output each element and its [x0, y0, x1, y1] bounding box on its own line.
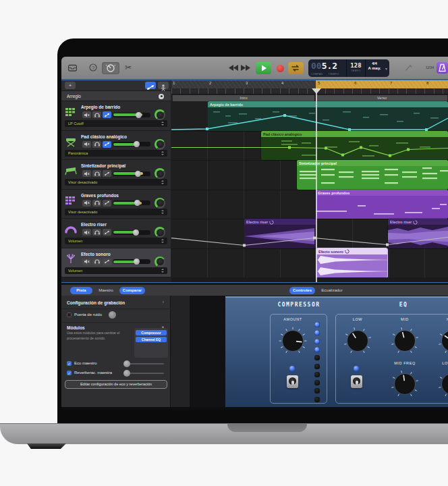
volume-slider[interactable] [113, 230, 150, 235]
eq-low-cut-knob[interactable] [437, 369, 448, 399]
volume-slider[interactable] [113, 259, 150, 264]
midi-region[interactable]: Graves profundos [316, 190, 448, 219]
noise-gate-knob[interactable] [109, 311, 116, 319]
rewind-button[interactable] [229, 65, 238, 71]
metronome-button[interactable] [437, 62, 448, 74]
automation-parameter-select[interactable]: Volumen [65, 267, 167, 274]
automation-parameter-select[interactable]: Visor desactivado [65, 179, 167, 186]
audio-region[interactable]: Electro riser [244, 219, 316, 248]
cycle-button[interactable] [288, 62, 304, 74]
master-echo-slider-thumb[interactable] [123, 360, 130, 367]
master-echo-slider[interactable] [127, 363, 164, 364]
chevron-right-icon[interactable]: › [163, 300, 164, 304]
automation-button[interactable] [103, 259, 111, 265]
audio-region-selected[interactable]: Efecto sonoro [316, 248, 387, 278]
tab-maestro[interactable]: Maestro [95, 287, 117, 294]
compressor-power-switch[interactable] [287, 375, 298, 388]
show-automation-button[interactable] [145, 82, 156, 89]
automation-parameter-select[interactable]: LP Cutoff [65, 120, 167, 127]
master-reverb-slider-thumb[interactable] [123, 370, 130, 377]
pan-knob[interactable] [155, 109, 165, 120]
arrangement-marker[interactable]: Intro [173, 95, 314, 101]
midi-region[interactable]: Arpegio de barrido [208, 101, 448, 131]
tab-ecualizador[interactable]: Ecualizador [318, 287, 346, 294]
automation-parameter-select[interactable]: Visor desactivado [65, 209, 167, 215]
track-header[interactable]: Sintetizador principal Visor desactivado [61, 160, 171, 190]
mute-button[interactable] [82, 170, 91, 177]
eq-low-knob[interactable] [343, 326, 372, 356]
solo-button[interactable] [92, 170, 101, 177]
eq-mid-knob[interactable] [390, 326, 420, 356]
master-echo-checkbox[interactable]: ✓ [67, 361, 72, 366]
master-reverb-checkbox[interactable]: ✓ [67, 371, 72, 375]
pan-knob[interactable] [155, 198, 165, 209]
playhead-handle[interactable] [312, 88, 321, 94]
volume-slider[interactable] [113, 171, 150, 176]
volume-slider[interactable] [113, 200, 150, 205]
playhead[interactable] [316, 88, 317, 283]
count-in-icon[interactable]: 1234 [426, 65, 434, 70]
track-header[interactable]: Electro riser Volumen [61, 219, 171, 248]
arrangement-track-row[interactable]: Arreglo [61, 91, 171, 101]
audio-region[interactable]: Electro riser [388, 219, 448, 248]
automation-button[interactable] [103, 141, 111, 148]
solo-button[interactable] [92, 229, 101, 236]
tab-controles[interactable]: Controles [289, 287, 315, 294]
eq-high-knob[interactable] [437, 326, 448, 356]
pan-knob[interactable] [155, 227, 165, 238]
mute-button[interactable] [82, 141, 91, 148]
plugin-compressor[interactable]: Compressor [136, 330, 167, 335]
midi-region[interactable]: Pad clásico analógico [261, 131, 448, 161]
track-header[interactable]: Arpegio de barrido LP Cutoff [61, 101, 171, 131]
timeline[interactable]: 1 2 3 4 5 6 7 8 Intro Verso [171, 80, 448, 283]
solo-button[interactable] [92, 141, 101, 148]
track-header-selected[interactable]: Efecto sonoro Volumen [61, 248, 171, 278]
automation-button[interactable] [103, 111, 111, 118]
midi-region[interactable]: Sintetizador principal [297, 160, 448, 190]
solo-button[interactable] [92, 200, 101, 207]
pan-knob[interactable] [155, 256, 165, 267]
automation-button[interactable] [103, 229, 111, 236]
pan-knob[interactable] [155, 139, 165, 150]
quick-help-icon[interactable]: ? [89, 63, 97, 74]
master-reverb-slider[interactable] [127, 373, 164, 374]
groove-track-icon[interactable] [158, 82, 169, 89]
tab-pista[interactable]: Pista [70, 287, 92, 294]
arrangement-options-button[interactable] [159, 94, 164, 99]
automation-button[interactable] [103, 200, 111, 207]
mute-button[interactable] [82, 111, 91, 118]
library-icon[interactable] [68, 63, 77, 74]
mute-button[interactable] [82, 200, 91, 207]
modules-header[interactable]: Módulos [67, 325, 85, 330]
automation-parameter-select[interactable]: Volumen [65, 238, 167, 244]
recording-settings-header[interactable]: Configuración de grabación [67, 300, 125, 305]
track-header[interactable]: Pad clásico analógico Panorámica [61, 131, 171, 161]
volume-slider[interactable] [113, 113, 150, 117]
editors-scissors-icon[interactable]: ✂ [125, 62, 132, 73]
plugin-channel-eq[interactable]: Channel EQ [136, 337, 167, 342]
track-header[interactable]: Graves profundos Visor desactivado [61, 190, 171, 219]
eq-power-switch[interactable] [351, 375, 362, 388]
edit-echo-reverb-button[interactable]: Editar configuración de eco y reverberac… [65, 380, 167, 389]
mute-button[interactable] [82, 259, 91, 265]
bar-ruler[interactable]: 1 2 3 4 5 6 7 8 [171, 80, 448, 88]
add-track-button[interactable]: + [65, 82, 76, 89]
lcd-display[interactable]: 005.2 COMPÁSTIEMPO 128 TEMPO 4/4 A may. … [308, 59, 389, 77]
automation-button[interactable] [103, 170, 111, 177]
mute-button[interactable] [82, 229, 91, 236]
tuning-fork-icon[interactable] [404, 63, 414, 75]
pan-knob[interactable] [155, 168, 165, 179]
automation-parameter-select[interactable]: Panorámica [65, 150, 167, 157]
lcd-chevron-icon[interactable]: ▾ [383, 59, 389, 77]
solo-button[interactable] [92, 111, 101, 118]
beat-ruler[interactable] [171, 88, 448, 94]
solo-button[interactable] [92, 259, 101, 265]
record-button[interactable] [277, 65, 284, 72]
volume-slider[interactable] [113, 142, 150, 146]
eq-mid-freq-knob[interactable] [390, 369, 420, 399]
play-button[interactable] [256, 62, 271, 74]
noise-gate-checkbox[interactable] [67, 313, 72, 317]
arrangement-marker[interactable]: Verso [316, 95, 447, 101]
compare-button[interactable]: Comparar [119, 287, 145, 294]
amount-knob[interactable] [278, 326, 308, 356]
